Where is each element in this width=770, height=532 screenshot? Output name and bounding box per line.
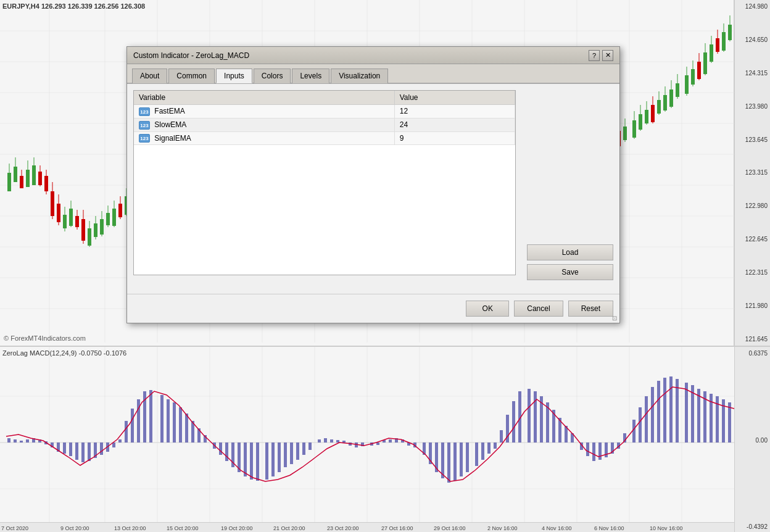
- tab-visualization[interactable]: Visualization: [331, 69, 388, 83]
- svg-rect-352: [586, 443, 589, 456]
- table-row[interactable]: 123 SignalEMA 9: [134, 131, 515, 145]
- svg-rect-311: [318, 439, 321, 443]
- time-label: 15 Oct 20:00: [167, 525, 199, 531]
- variable-name: FastEMA: [154, 107, 184, 115]
- close-button[interactable]: ✕: [602, 50, 613, 61]
- svg-rect-313: [330, 439, 333, 443]
- price-level: 124.315: [737, 70, 768, 77]
- svg-rect-314: [336, 440, 339, 443]
- svg-rect-331: [447, 443, 450, 483]
- table-row[interactable]: 123 FastEMA 12: [134, 105, 515, 118]
- svg-rect-288: [167, 399, 170, 443]
- params-table: Variable Value 123 FastEMA 12: [134, 91, 515, 145]
- help-button[interactable]: ?: [589, 50, 600, 61]
- tab-levels[interactable]: Levels: [292, 69, 329, 83]
- svg-rect-305: [278, 443, 281, 472]
- svg-rect-369: [697, 389, 700, 443]
- ok-button[interactable]: OK: [466, 301, 509, 317]
- variable-cell: 123 FastEMA: [134, 105, 394, 118]
- svg-rect-301: [250, 443, 253, 480]
- time-label: 21 Oct 20:00: [273, 525, 305, 531]
- svg-rect-273: [69, 443, 72, 456]
- save-button[interactable]: Save: [527, 264, 613, 280]
- macd-level: 0.6375: [737, 350, 768, 357]
- tab-common[interactable]: Common: [168, 69, 215, 83]
- svg-rect-264: [14, 439, 17, 443]
- tab-about[interactable]: About: [132, 69, 167, 83]
- value-cell[interactable]: 12: [394, 105, 515, 118]
- svg-rect-296: [219, 443, 222, 455]
- svg-rect-276: [88, 443, 91, 461]
- svg-rect-287: [160, 395, 164, 443]
- variable-cell: 123 SignalEMA: [134, 131, 394, 145]
- svg-rect-291: [185, 414, 188, 443]
- time-label: 6 Nov 16:00: [594, 525, 624, 531]
- time-label: 23 Oct 20:00: [327, 525, 359, 531]
- variable-cell: 123 SlowEMA: [134, 118, 394, 131]
- var-icon: 123: [139, 121, 150, 130]
- price-level: 122.315: [737, 269, 768, 276]
- svg-rect-366: [676, 379, 679, 443]
- price-level: 124.650: [737, 36, 768, 43]
- macd-svg: [0, 347, 734, 532]
- svg-rect-278: [100, 443, 103, 455]
- price-level: 123.980: [737, 103, 768, 110]
- svg-rect-362: [651, 387, 654, 443]
- dialog-footer: OK Cancel Reset: [127, 294, 619, 323]
- svg-rect-335: [475, 443, 478, 466]
- load-button[interactable]: Load: [527, 244, 613, 260]
- svg-rect-281: [118, 439, 122, 443]
- price-level: 122.645: [737, 236, 768, 243]
- tab-inputs[interactable]: Inputs: [216, 69, 252, 83]
- time-label: 2 Nov 16:00: [487, 525, 518, 531]
- svg-rect-286: [149, 390, 152, 443]
- table-row[interactable]: 123 SlowEMA 24: [134, 118, 515, 131]
- svg-rect-315: [342, 441, 346, 443]
- svg-rect-336: [481, 443, 484, 460]
- chart-header: EURJPY,H4 126.293 126.339 126.256 126.30…: [2, 2, 145, 10]
- svg-rect-297: [225, 443, 228, 461]
- price-axis: 124.980 124.650 124.315 123.980 123.645 …: [734, 0, 770, 346]
- dialog-title: Custom Indicator - ZeroLag_MACD: [133, 51, 249, 60]
- svg-rect-300: [244, 443, 247, 476]
- svg-rect-282: [125, 421, 128, 443]
- svg-rect-266: [26, 439, 29, 443]
- svg-rect-310: [308, 443, 312, 450]
- svg-rect-363: [657, 381, 660, 443]
- tab-colors[interactable]: Colors: [254, 69, 291, 83]
- col-variable: Variable: [134, 91, 394, 105]
- params-table-wrapper: Variable Value 123 FastEMA 12: [133, 90, 516, 275]
- svg-rect-364: [663, 378, 666, 443]
- resize-handle[interactable]: ⊡: [612, 315, 617, 322]
- time-label: 13 Oct 20:00: [114, 525, 146, 531]
- macd-chart-area: ZeroLag MACD(12,24,9) -0.0750 -0.1076: [0, 347, 734, 532]
- side-buttons: Load Save: [527, 90, 613, 280]
- svg-rect-374: [728, 402, 731, 443]
- svg-rect-332: [453, 443, 457, 481]
- svg-rect-367: [685, 383, 688, 443]
- price-level: 123.645: [737, 136, 768, 143]
- value-cell[interactable]: 9: [394, 131, 515, 145]
- time-label: 27 Oct 16:00: [381, 525, 413, 531]
- macd-level: 0.00: [737, 437, 768, 444]
- value-cell[interactable]: 24: [394, 118, 515, 131]
- reset-button[interactable]: Reset: [568, 301, 613, 317]
- indicator-dialog[interactable]: Custom Indicator - ZeroLag_MACD ? ✕ Abou…: [126, 46, 620, 323]
- time-label: 19 Oct 20:00: [221, 525, 253, 531]
- svg-rect-353: [592, 443, 595, 461]
- dialog-controls: ? ✕: [589, 50, 613, 61]
- svg-rect-337: [487, 443, 491, 454]
- time-label: 7 Oct 2020: [1, 525, 28, 531]
- svg-rect-333: [460, 443, 463, 476]
- svg-rect-308: [296, 443, 299, 460]
- cancel-button[interactable]: Cancel: [514, 301, 563, 317]
- svg-rect-275: [81, 443, 85, 462]
- price-level: 124.980: [737, 3, 768, 10]
- time-label: 4 Nov 16:00: [542, 525, 572, 531]
- time-label: 10 Nov 16:00: [650, 525, 683, 531]
- dialog-content: Variable Value 123 FastEMA 12: [127, 84, 619, 294]
- svg-rect-309: [302, 443, 305, 455]
- svg-rect-312: [324, 438, 327, 443]
- price-level: 122.980: [737, 202, 768, 209]
- svg-rect-360: [639, 407, 642, 443]
